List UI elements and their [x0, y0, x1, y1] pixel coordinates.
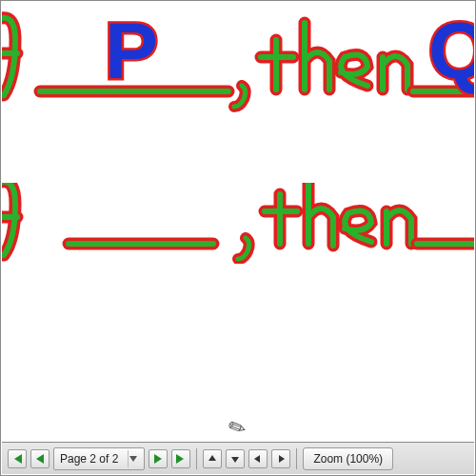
first-page-icon	[11, 454, 23, 464]
scroll-left-button[interactable]	[248, 449, 268, 468]
mouse-cursor-icon: ✎	[224, 413, 249, 441]
next-page-icon	[153, 454, 163, 464]
page-dropdown-icon	[128, 450, 138, 467]
zoom-control[interactable]: Zoom (100%)	[303, 447, 393, 470]
first-page-button[interactable]	[8, 449, 27, 468]
scroll-down-button[interactable]	[226, 449, 245, 468]
scroll-right-button[interactable]	[271, 449, 290, 468]
next-page-button[interactable]	[149, 449, 168, 468]
whiteboard-canvas: P	[2, 2, 474, 441]
zoom-label: Zoom (100%)	[313, 452, 383, 466]
scroll-up-button[interactable]	[203, 449, 222, 468]
arrow-down-icon	[230, 454, 240, 464]
arrow-up-icon	[208, 454, 217, 464]
page-label: Page 2 of 2	[60, 452, 118, 466]
handwriting-line-2	[2, 183, 474, 264]
prev-page-icon	[35, 454, 45, 464]
toolbar-separator	[196, 448, 197, 469]
last-page-button[interactable]	[171, 449, 190, 468]
document-viewer: P	[0, 0, 476, 476]
handwriting-line-1: P	[2, 11, 474, 116]
variable-q: Q	[428, 11, 474, 95]
prev-page-button[interactable]	[30, 449, 50, 468]
toolbar-separator	[296, 448, 297, 469]
page-indicator[interactable]: Page 2 of 2	[53, 447, 145, 470]
arrow-right-icon	[276, 454, 286, 464]
last-page-icon	[175, 454, 187, 464]
viewer-toolbar: Page 2 of 2 Zoom (100%)	[2, 442, 474, 474]
arrow-left-icon	[253, 454, 263, 464]
variable-p: P	[105, 11, 158, 95]
